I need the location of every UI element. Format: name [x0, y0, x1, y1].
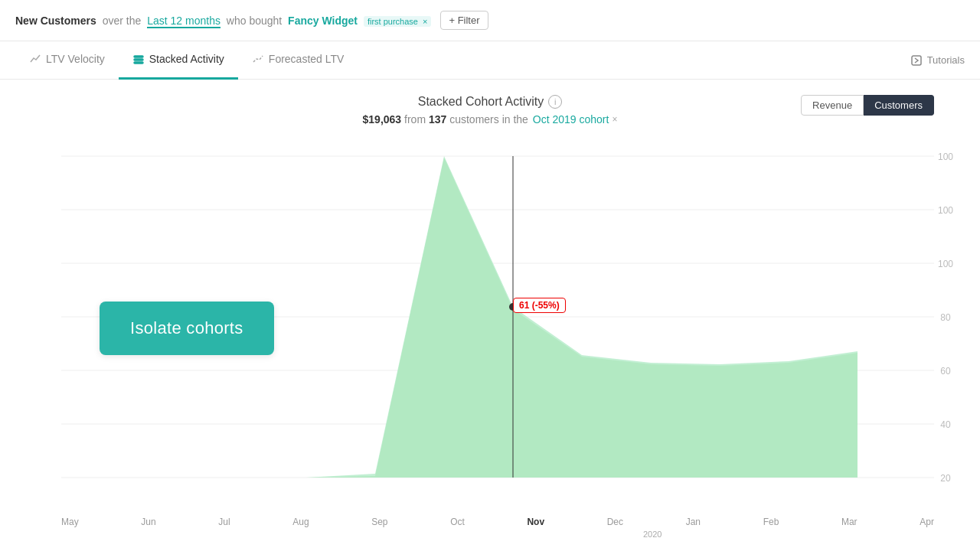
filter-description: New Customers over the Last 12 months wh…: [15, 15, 431, 27]
svg-text:60: 60: [940, 366, 951, 377]
count-value: 137: [429, 113, 446, 126]
svg-text:80: 80: [940, 312, 951, 323]
isolate-cohorts-button[interactable]: Isolate cohorts: [100, 302, 274, 355]
tooltip-box: 61 (-55%): [513, 298, 566, 313]
new-customers-label: New Customers: [15, 15, 96, 27]
who-bought-label: who bought: [227, 15, 282, 27]
svg-text:40: 40: [940, 419, 951, 430]
top-bar: New Customers over the Last 12 months wh…: [0, 0, 980, 41]
stacked-activity-icon: [132, 53, 145, 65]
forecasted-ltv-icon: [252, 53, 264, 65]
svg-rect-0: [134, 56, 143, 57]
svg-wrapper: 100 100 100 80 60 40 20 61 (-55%): [0, 133, 980, 531]
svg-text:20: 20: [940, 473, 951, 484]
customers-button[interactable]: Customers: [864, 95, 934, 116]
cohort-tag: Oct 2019 cohort ×: [533, 113, 618, 126]
svg-text:100: 100: [938, 259, 953, 269]
year-label: 2020: [643, 530, 662, 539]
revenue-button[interactable]: Revenue: [801, 95, 864, 116]
chart-container: Stacked Cohort Activity i $19,063 from 1…: [0, 80, 980, 551]
svg-text:100: 100: [938, 152, 953, 162]
svg-rect-2: [134, 62, 143, 64]
tab-forecasted-ltv[interactable]: Forecasted LTV: [238, 41, 358, 80]
svg-rect-1: [134, 59, 143, 60]
ltv-velocity-icon: [29, 53, 41, 65]
period-label[interactable]: Last 12 months: [147, 15, 220, 28]
x-axis: May Jun Jul Aug Sep Oct Nov Dec Jan Feb …: [61, 517, 934, 527]
badge: first purchase ×: [364, 16, 432, 27]
svg-rect-3: [912, 56, 921, 65]
cohort-close-icon[interactable]: ×: [612, 114, 617, 125]
tabs-left: LTV Velocity Stacked Activity Forecasted…: [15, 41, 358, 80]
tutorials-button[interactable]: Tutorials: [910, 54, 965, 67]
tabs-bar: LTV Velocity Stacked Activity Forecasted…: [0, 41, 980, 80]
info-icon[interactable]: i: [548, 95, 562, 109]
toggle-group: Revenue Customers: [801, 95, 934, 116]
over-the-label: over the: [103, 15, 142, 27]
svg-text:100: 100: [938, 205, 953, 216]
filter-button[interactable]: + Filter: [440, 11, 488, 30]
product-label[interactable]: Fancy Widget: [288, 15, 358, 27]
tab-ltv-velocity[interactable]: LTV Velocity: [15, 41, 119, 80]
badge-close-icon[interactable]: ×: [423, 17, 427, 26]
amount-value: $19,063: [363, 113, 402, 126]
tutorials-icon: [910, 54, 923, 67]
tab-stacked-activity[interactable]: Stacked Activity: [119, 41, 238, 80]
tooltip-container: 61 (-55%): [513, 298, 566, 313]
